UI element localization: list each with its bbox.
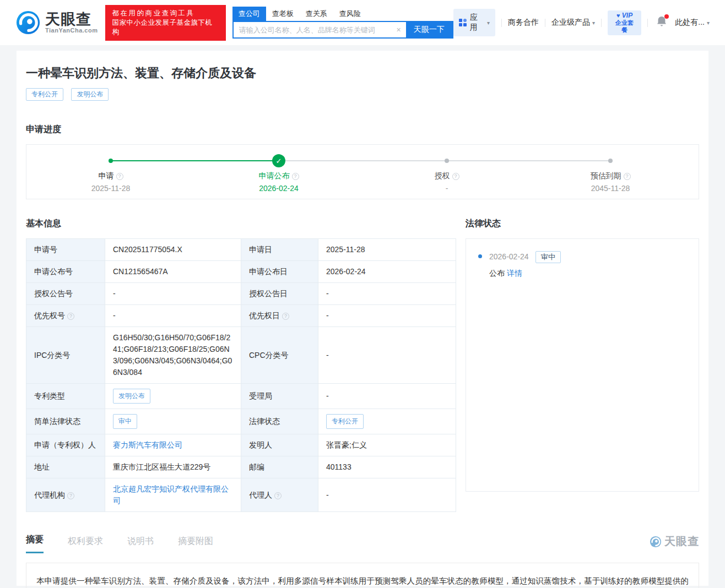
step-dot-done (109, 159, 113, 163)
divider (647, 19, 648, 27)
user-menu[interactable]: 此处有...▾ (675, 18, 710, 28)
field-value: - (318, 305, 456, 327)
legal-status-title: 法律状态 (466, 218, 699, 230)
field-label: 优先权号? (26, 305, 105, 327)
top-bar: 天眼查 TianYanCha.com 都在用的商业查询工具 国家中小企业发展子基… (0, 0, 725, 45)
tab-description[interactable]: 说明书 (127, 536, 154, 553)
field-label: 申请（专利权）人 (26, 434, 105, 456)
table-row: 地址 重庆市江北区福生大道229号 邮编 401133 (26, 456, 456, 478)
apps-menu[interactable]: 应用 ▾ (453, 9, 495, 36)
slogan-badge: 都在用的商业查询工具 国家中小企业发展子基金旗下机构 (105, 5, 225, 41)
field-label: 法律状态 (241, 409, 318, 434)
table-row: 专利类型 发明公布 受理局 - (26, 384, 456, 409)
basic-info-table: 申请号 CN202511775054.X 申请日 2025-11-28 申请公布… (26, 238, 456, 512)
clear-icon[interactable]: × (392, 22, 406, 37)
progress-step: 授权? - (403, 171, 491, 193)
field-label: 简单法律状态 (26, 409, 105, 434)
status-badge: 审中 (113, 414, 137, 429)
field-value: 2026-02-24 (318, 261, 456, 283)
agency-link[interactable]: 北京超凡宏宇知识产权代理有限公司 (113, 484, 229, 505)
field-value: - (318, 384, 456, 409)
help-icon[interactable]: ? (282, 313, 289, 320)
vip-heart-icon: ♥ (616, 12, 620, 19)
field-label: 授权公告日 (241, 283, 318, 305)
logo-text-en: TianYanCha.com (45, 27, 98, 34)
help-icon[interactable]: ? (67, 492, 74, 499)
chevron-down-icon: ▾ (487, 20, 490, 26)
search-tab-boss[interactable]: 查老板 (266, 7, 300, 21)
field-label: 申请日 (241, 239, 318, 261)
top-nav: 应用 ▾ 商务合作 企业级产品▾ ♥ VIP 企业套餐 此处有...▾ (453, 9, 710, 36)
patent-status-tag: 专利公开 (26, 88, 63, 101)
apps-label: 应用 (470, 13, 485, 32)
tab-abstract[interactable]: 摘要 (26, 534, 44, 553)
help-icon[interactable]: ? (292, 173, 299, 180)
applicant-link[interactable]: 赛力斯汽车有限公司 (113, 440, 182, 449)
watermark-text: 天眼查 (664, 534, 699, 549)
field-label: 授权公告号 (26, 283, 105, 305)
progress-section-title: 申请进度 (26, 124, 699, 135)
field-value: 赛力斯汽车有限公司 (105, 434, 241, 456)
field-label: 代理人? (241, 478, 318, 512)
table-row: 代理机构? 北京超凡宏宇知识产权代理有限公司 代理人? - (26, 478, 456, 512)
legal-action: 公布 (489, 269, 505, 277)
search-tab-company[interactable]: 查公司 (232, 7, 266, 21)
title-tags: 专利公开 发明公布 (26, 88, 699, 101)
watermark-logo: 天眼查 (650, 534, 699, 553)
chevron-down-icon: ▾ (707, 20, 710, 26)
nav-biz-cooperation[interactable]: 商务合作 (508, 18, 539, 28)
help-icon[interactable]: ? (452, 173, 459, 180)
detail-tabs: 摘要 权利要求 说明书 摘要附图 天眼查 (26, 534, 699, 553)
table-row: IPC分类号 G16H50/30;G16H50/70;G06F18/241;G0… (26, 327, 456, 384)
field-value: 重庆市江北区福生大道229号 (105, 456, 241, 478)
search-input[interactable] (234, 22, 392, 37)
eye-logo-icon (15, 10, 41, 35)
help-icon[interactable]: ? (624, 173, 631, 180)
slogan-line2: 国家中小企业发展子基金旗下机构 (112, 18, 219, 37)
field-label: IPC分类号 (26, 327, 105, 384)
check-icon: ✓ (272, 154, 285, 167)
field-label: 发明人 (241, 434, 318, 456)
patent-type-tag: 发明公布 (113, 389, 150, 404)
progress-step: 预估到期? 2045-11-28 (566, 171, 654, 193)
field-value: - (105, 305, 241, 327)
field-value: - (105, 283, 241, 305)
field-value: 2025-11-28 (318, 239, 456, 261)
nav-enterprise-products[interactable]: 企业级产品▾ (551, 18, 595, 28)
field-value: G16H50/30;G16H50/70;G06F18/241;G06F18/21… (105, 327, 241, 384)
tab-claims[interactable]: 权利要求 (68, 536, 103, 553)
table-row: 优先权号? - 优先权日? - (26, 305, 456, 327)
progress-step: 申请? 2025-11-28 (67, 171, 155, 193)
help-icon[interactable]: ? (67, 313, 74, 320)
vip-package-badge[interactable]: ♥ VIP 企业套餐 (608, 10, 641, 35)
slogan-line1: 都在用的商业查询工具 (112, 9, 219, 18)
bullet-dot-icon (478, 254, 482, 258)
tab-abstract-figure[interactable]: 摘要附图 (178, 536, 213, 553)
details-link[interactable]: 详情 (507, 269, 522, 277)
field-value: 发明公布 (105, 384, 241, 409)
divider (601, 19, 602, 27)
notifications-button[interactable] (656, 15, 667, 30)
field-value: CN202511775054.X (105, 239, 241, 261)
tianyancha-logo[interactable]: 天眼查 TianYanCha.com (15, 10, 98, 35)
field-value: 北京超凡宏宇知识产权代理有限公司 (105, 478, 241, 512)
basic-info-title: 基本信息 (26, 218, 456, 230)
search-button[interactable]: 天眼一下 (406, 22, 452, 37)
field-label: 申请公布日 (241, 261, 318, 283)
legal-status-date: 2026-02-24 (489, 252, 529, 261)
field-value: 专利公开 (318, 409, 456, 434)
help-icon[interactable]: ? (274, 492, 282, 499)
help-icon[interactable]: ? (116, 173, 123, 180)
field-label: 地址 (26, 456, 105, 478)
search-tab-relation[interactable]: 查关系 (300, 7, 333, 21)
chevron-down-icon: ▾ (592, 20, 595, 26)
field-value: 审中 (105, 409, 241, 434)
field-label: 代理机构? (26, 478, 105, 512)
table-row: 授权公告号 - 授权公告日 - (26, 283, 456, 305)
search-tab-risk[interactable]: 查风险 (333, 7, 367, 21)
page-title: 一种晕车识别方法、装置、存储介质及设备 (26, 65, 699, 81)
field-value: 401133 (318, 456, 456, 478)
field-value: 张晋豪;仁义 (318, 434, 456, 456)
status-badge: 审中 (535, 251, 561, 263)
legal-status-section: 法律状态 2026-02-24 审中 公布 详情 (466, 218, 699, 512)
